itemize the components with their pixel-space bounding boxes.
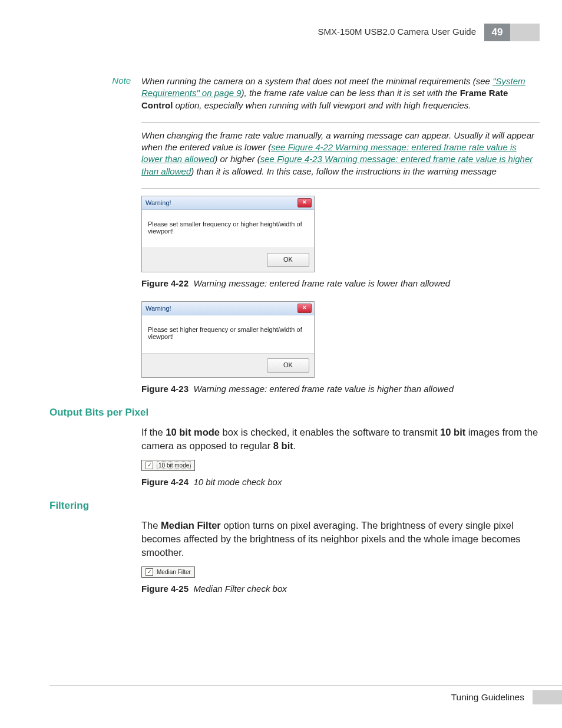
- doc-title: SMX-150M USB2.0 Camera User Guide: [318, 24, 484, 41]
- page-number: 49: [484, 24, 510, 41]
- checkbox-icon[interactable]: ✓: [146, 462, 153, 469]
- checkbox-label: Median Filter: [157, 569, 191, 575]
- section-heading-filtering: Filtering: [49, 500, 540, 512]
- bold-term: 10 bit: [440, 427, 465, 437]
- figure-number: Figure 4-24: [141, 477, 189, 487]
- ok-button[interactable]: OK: [267, 253, 309, 267]
- bold-term: 8 bit: [273, 440, 293, 451]
- note-label: Note: [49, 75, 141, 111]
- figure-caption: Figure 4-23 Warning message: entered fra…: [141, 384, 540, 394]
- dialog-message: Please set higher frequency or smaller h…: [142, 315, 314, 353]
- ten-bit-mode-checkbox-frame: ✓ 10 bit mode: [141, 460, 195, 471]
- section-heading-output-bits: Output Bits per Pixel: [49, 407, 540, 419]
- text-segment: .: [293, 440, 296, 451]
- figure-text: Warning message: entered frame rate valu…: [193, 278, 450, 288]
- figure-number: Figure 4-22: [141, 278, 189, 288]
- note-block: Note When running the camera on a system…: [49, 75, 540, 111]
- page-header: SMX-150M USB2.0 Camera User Guide 49: [49, 24, 540, 41]
- note-text-segment: ) or higher (: [214, 154, 260, 164]
- close-icon[interactable]: ✕: [297, 198, 312, 207]
- note-text-segment: option, especially when running with ful…: [173, 100, 471, 110]
- median-filter-checkbox-frame: ✓ Median Filter: [141, 566, 195, 578]
- note-text: When running the camera on a system that…: [141, 75, 540, 111]
- footer-decoration: [533, 690, 562, 704]
- paragraph: The Median Filter option turns on pixel …: [141, 519, 540, 559]
- checkbox-icon[interactable]: ✓: [146, 568, 153, 576]
- text-segment: If the: [141, 427, 166, 437]
- dialog-titlebar: Warning! ✕: [142, 196, 314, 210]
- warning-dialog-lower: Warning! ✕ Please set smaller frequency …: [141, 196, 315, 272]
- dialog-message: Please set smaller frequency or higher h…: [142, 210, 314, 248]
- bold-term: Median Filter: [161, 520, 221, 531]
- dialog-title-text: Warning!: [146, 199, 171, 206]
- ok-button[interactable]: OK: [267, 358, 309, 373]
- dialog-titlebar: Warning! ✕: [142, 302, 314, 315]
- note-text-segment: When running the camera on a system that…: [141, 76, 492, 86]
- separator: [141, 188, 540, 189]
- text-segment: The: [141, 520, 161, 531]
- text-segment: box is checked, it enables the software …: [220, 427, 440, 437]
- bold-term: 10 bit mode: [166, 427, 220, 437]
- separator: [141, 122, 540, 123]
- footer-section-name: Tuning Guidelines: [49, 692, 533, 703]
- note-block: When changing the frame rate value manua…: [49, 130, 540, 177]
- figure-text: 10 bit mode check box: [193, 477, 282, 487]
- note-text-segment: ), the frame rate value can be less than…: [242, 88, 460, 98]
- page-footer: Tuning Guidelines: [49, 685, 562, 704]
- figure-text: Warning message: entered frame rate valu…: [193, 384, 454, 394]
- figure-caption: Figure 4-24 10 bit mode check box: [141, 477, 540, 487]
- figure-number: Figure 4-25: [141, 584, 189, 594]
- warning-dialog-higher: Warning! ✕ Please set higher frequency o…: [141, 301, 315, 378]
- close-icon[interactable]: ✕: [297, 304, 312, 313]
- figure-caption: Figure 4-22 Warning message: entered fra…: [141, 278, 540, 288]
- checkbox-label: 10 bit mode: [157, 462, 191, 469]
- header-decoration: [510, 24, 540, 41]
- dialog-title-text: Warning!: [146, 305, 171, 312]
- figure-number: Figure 4-23: [141, 384, 189, 394]
- figure-text: Median Filter check box: [193, 584, 286, 594]
- note-text-segment: ) than it is allowed. In this case, foll…: [191, 166, 497, 176]
- note-text: When changing the frame rate value manua…: [141, 130, 540, 177]
- figure-caption: Figure 4-25 Median Filter check box: [141, 584, 540, 594]
- paragraph: If the 10 bit mode box is checked, it en…: [141, 426, 540, 453]
